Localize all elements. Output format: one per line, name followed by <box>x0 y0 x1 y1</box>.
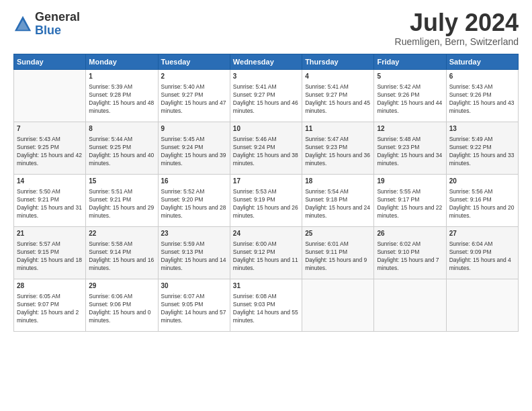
cell-content: 22 Sunrise: 5:58 AM Sunset: 9:14 PM Dayl… <box>89 229 154 273</box>
day-number: 12 <box>377 124 443 134</box>
daylight: Daylight: 15 hours and 24 minutes. <box>305 204 370 219</box>
sunrise: Sunrise: 5:57 AM <box>17 240 60 247</box>
logo: General Blue <box>13 11 80 38</box>
daylight: Daylight: 14 hours and 57 minutes. <box>161 309 226 324</box>
calendar-cell: 24 Sunrise: 6:00 AM Sunset: 9:12 PM Dayl… <box>230 227 302 279</box>
day-number: 17 <box>233 177 299 187</box>
sunrise: Sunrise: 5:59 AM <box>161 240 205 247</box>
sunset: Sunset: 9:03 PM <box>233 301 275 308</box>
sunset: Sunset: 9:26 PM <box>449 91 492 98</box>
sunset: Sunset: 9:19 PM <box>233 196 275 203</box>
cell-content: 16 Sunrise: 5:52 AM Sunset: 9:20 PM Dayl… <box>161 177 227 220</box>
sunrise: Sunrise: 5:47 AM <box>305 136 349 142</box>
sunset: Sunset: 9:23 PM <box>305 144 347 150</box>
cell-content: 24 Sunrise: 6:00 AM Sunset: 9:12 PM Dayl… <box>233 229 299 273</box>
day-number: 24 <box>233 229 299 239</box>
calendar-cell: 20 Sunrise: 5:56 AM Sunset: 9:16 PM Dayl… <box>446 175 518 227</box>
sunrise: Sunrise: 6:07 AM <box>161 293 205 300</box>
calendar-cell: 31 Sunrise: 6:08 AM Sunset: 9:03 PM Dayl… <box>230 279 302 332</box>
calendar-cell: 2 Sunrise: 5:40 AM Sunset: 9:27 PM Dayli… <box>158 70 230 122</box>
daylight: Daylight: 14 hours and 55 minutes. <box>233 309 298 324</box>
daylight: Daylight: 15 hours and 45 minutes. <box>305 99 370 114</box>
cell-content: 8 Sunrise: 5:44 AM Sunset: 9:25 PM Dayli… <box>89 124 154 168</box>
day-number: 20 <box>449 177 515 187</box>
daylight: Daylight: 15 hours and 26 minutes. <box>233 204 298 219</box>
calendar-cell: 29 Sunrise: 6:06 AM Sunset: 9:06 PM Dayl… <box>86 279 158 332</box>
calendar-cell <box>374 279 446 332</box>
daylight: Daylight: 15 hours and 0 minutes. <box>89 309 150 324</box>
day-number: 29 <box>89 281 154 291</box>
month-title: July 2024 <box>395 11 519 35</box>
daylight: Daylight: 15 hours and 9 minutes. <box>305 257 367 271</box>
daylight: Daylight: 15 hours and 11 minutes. <box>233 257 298 271</box>
cell-content: 7 Sunrise: 5:43 AM Sunset: 9:25 PM Dayli… <box>17 124 83 168</box>
calendar-cell: 12 Sunrise: 5:48 AM Sunset: 9:23 PM Dayl… <box>374 122 446 175</box>
day-number: 9 <box>161 124 227 134</box>
sunset: Sunset: 9:24 PM <box>161 144 204 150</box>
sunset: Sunset: 9:15 PM <box>17 248 59 255</box>
calendar-cell: 4 Sunrise: 5:41 AM Sunset: 9:27 PM Dayli… <box>302 70 374 122</box>
calendar-cell <box>446 279 518 332</box>
calendar-cell: 8 Sunrise: 5:44 AM Sunset: 9:25 PM Dayli… <box>86 122 158 175</box>
daylight: Daylight: 15 hours and 44 minutes. <box>377 99 442 114</box>
calendar-cell: 28 Sunrise: 6:05 AM Sunset: 9:07 PM Dayl… <box>14 279 86 332</box>
sunset: Sunset: 9:28 PM <box>89 91 131 98</box>
cell-content: 28 Sunrise: 6:05 AM Sunset: 9:07 PM Dayl… <box>17 281 83 325</box>
sunrise: Sunrise: 5:56 AM <box>449 188 493 195</box>
page: General Blue July 2024 Ruemligen, Bern, … <box>0 0 532 411</box>
sunset: Sunset: 9:09 PM <box>449 248 492 255</box>
calendar-table: Sunday Monday Tuesday Wednesday Thursday… <box>13 54 519 332</box>
sunrise: Sunrise: 5:45 AM <box>161 136 205 142</box>
location: Ruemligen, Bern, Switzerland <box>395 36 519 47</box>
title-area: July 2024 Ruemligen, Bern, Switzerland <box>395 11 519 47</box>
day-number: 5 <box>377 72 443 82</box>
sunrise: Sunrise: 5:58 AM <box>89 240 132 247</box>
sunrise: Sunrise: 5:41 AM <box>305 83 349 90</box>
day-number: 4 <box>305 72 371 82</box>
sunset: Sunset: 9:18 PM <box>305 196 347 203</box>
col-thursday: Thursday <box>302 54 374 70</box>
day-number: 1 <box>89 72 154 82</box>
daylight: Daylight: 15 hours and 2 minutes. <box>17 309 79 324</box>
cell-content: 11 Sunrise: 5:47 AM Sunset: 9:23 PM Dayl… <box>305 124 371 168</box>
daylight: Daylight: 15 hours and 22 minutes. <box>377 204 442 219</box>
daylight: Daylight: 15 hours and 31 minutes. <box>17 204 82 219</box>
cell-content: 27 Sunrise: 6:04 AM Sunset: 9:09 PM Dayl… <box>449 229 515 273</box>
daylight: Daylight: 15 hours and 7 minutes. <box>377 257 439 271</box>
sunset: Sunset: 9:21 PM <box>17 196 59 203</box>
day-number: 27 <box>449 229 515 239</box>
cell-content: 1 Sunrise: 5:39 AM Sunset: 9:28 PM Dayli… <box>89 72 154 116</box>
cell-content: 26 Sunrise: 6:02 AM Sunset: 9:10 PM Dayl… <box>377 229 443 273</box>
daylight: Daylight: 15 hours and 16 minutes. <box>89 257 154 271</box>
sunset: Sunset: 9:26 PM <box>377 91 419 98</box>
sunrise: Sunrise: 6:08 AM <box>233 293 277 300</box>
day-number: 13 <box>449 124 515 134</box>
cell-content: 18 Sunrise: 5:54 AM Sunset: 9:18 PM Dayl… <box>305 177 371 220</box>
col-wednesday: Wednesday <box>230 54 302 70</box>
sunset: Sunset: 9:24 PM <box>233 144 275 150</box>
col-monday: Monday <box>86 54 158 70</box>
calendar-cell: 14 Sunrise: 5:50 AM Sunset: 9:21 PM Dayl… <box>14 175 86 227</box>
header: General Blue July 2024 Ruemligen, Bern, … <box>13 11 519 47</box>
daylight: Daylight: 15 hours and 40 minutes. <box>89 152 154 167</box>
cell-content: 4 Sunrise: 5:41 AM Sunset: 9:27 PM Dayli… <box>305 72 371 116</box>
calendar-cell: 9 Sunrise: 5:45 AM Sunset: 9:24 PM Dayli… <box>158 122 230 175</box>
sunrise: Sunrise: 5:55 AM <box>377 188 420 195</box>
calendar-cell: 30 Sunrise: 6:07 AM Sunset: 9:05 PM Dayl… <box>158 279 230 332</box>
calendar-cell: 7 Sunrise: 5:43 AM Sunset: 9:25 PM Dayli… <box>14 122 86 175</box>
sunset: Sunset: 9:11 PM <box>305 248 347 255</box>
sunrise: Sunrise: 5:54 AM <box>305 188 349 195</box>
sunrise: Sunrise: 6:00 AM <box>233 240 277 247</box>
calendar-header: Sunday Monday Tuesday Wednesday Thursday… <box>14 54 519 70</box>
calendar-cell: 21 Sunrise: 5:57 AM Sunset: 9:15 PM Dayl… <box>14 227 86 279</box>
sunset: Sunset: 9:20 PM <box>161 196 204 203</box>
daylight: Daylight: 15 hours and 18 minutes. <box>17 257 82 271</box>
calendar-cell: 18 Sunrise: 5:54 AM Sunset: 9:18 PM Dayl… <box>302 175 374 227</box>
calendar-body: 1 Sunrise: 5:39 AM Sunset: 9:28 PM Dayli… <box>14 70 519 332</box>
sunrise: Sunrise: 6:05 AM <box>17 293 60 300</box>
day-number: 15 <box>89 177 154 187</box>
sunrise: Sunrise: 5:52 AM <box>161 188 205 195</box>
cell-content: 23 Sunrise: 5:59 AM Sunset: 9:13 PM Dayl… <box>161 229 227 273</box>
cell-content: 29 Sunrise: 6:06 AM Sunset: 9:06 PM Dayl… <box>89 281 154 325</box>
sunset: Sunset: 9:13 PM <box>161 248 204 255</box>
